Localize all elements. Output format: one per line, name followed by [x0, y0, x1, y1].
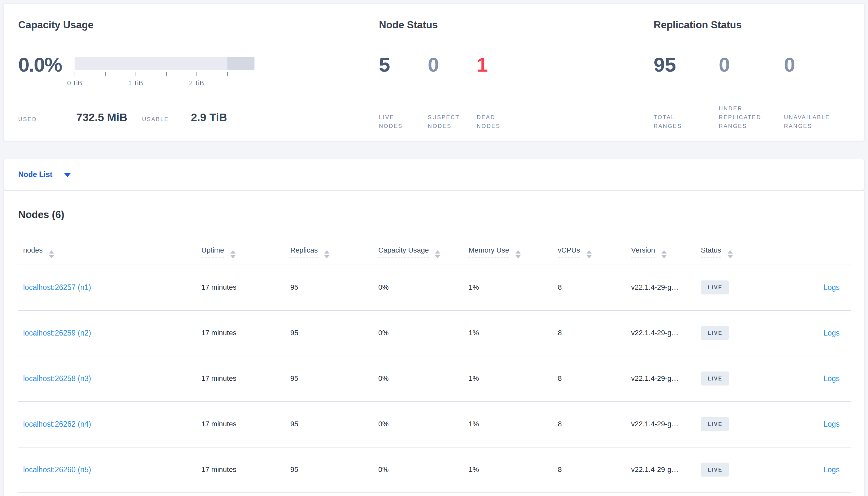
unavailable-ranges-count: 0 [784, 53, 849, 77]
memory-cell: 1% [468, 283, 479, 292]
uptime-cell: 17 minutes [201, 328, 237, 338]
table-row: localhost:26258 (n3) 17 minutes 95 0% 1%… [4, 356, 864, 401]
status-cell: LIVE [701, 326, 729, 340]
logs-link[interactable]: Logs [823, 465, 840, 474]
node-list-bar: Node List [3, 159, 865, 190]
column-header-replicas[interactable]: Replicas [290, 246, 329, 258]
sort-icon [324, 250, 329, 259]
sort-icon [661, 250, 667, 259]
capacity-cell: 0% [378, 283, 389, 292]
capacity-percent: 0.0% [18, 53, 62, 77]
nodes-table-title: Nodes (6) [18, 208, 64, 222]
sort-icon [586, 250, 592, 259]
uptime-cell: 17 minutes [201, 419, 237, 429]
dead-nodes-label: DEAD NODES [477, 113, 529, 130]
live-nodes-stat: 5 LIVE NODES [379, 53, 424, 130]
replication-status-title: Replication Status [654, 19, 742, 31]
vcpus-cell: 8 [558, 283, 562, 292]
suspect-nodes-label: SUSPECT NODES [428, 113, 475, 130]
node-link[interactable]: localhost:26260 (n5) [23, 465, 91, 474]
axis-tick-label: 0 TiB [55, 78, 94, 88]
uptime-cell: 17 minutes [201, 283, 237, 292]
dead-nodes-stat: 1 DEAD NODES [477, 53, 529, 130]
column-header-uptime[interactable]: Uptime [201, 246, 236, 258]
axis-tick [196, 72, 197, 76]
status-cell: LIVE [701, 281, 729, 295]
used-value: 732.5 MiB [76, 111, 142, 124]
logs-link[interactable]: Logs [823, 419, 840, 429]
logs-link[interactable]: Logs [823, 328, 840, 338]
node-list-dropdown[interactable]: Node List [18, 159, 84, 190]
under-replicated-ranges-label: UNDER- REPLICATED RANGES [719, 104, 782, 130]
version-cell: v22.1.4-29-g… [631, 465, 679, 474]
node-link[interactable]: localhost:26258 (n3) [23, 374, 91, 383]
chevron-down-icon [64, 173, 71, 177]
uptime-cell: 17 minutes [201, 374, 237, 383]
vcpus-cell: 8 [558, 328, 562, 338]
capacity-cell: 0% [378, 465, 389, 474]
suspect-nodes-count: 0 [428, 53, 475, 77]
capacity-used-usable-row: USED 732.5 MiB USABLE 2.9 TiB [18, 111, 227, 130]
capacity-usage-title: Capacity Usage [18, 19, 93, 31]
replicas-cell: 95 [290, 328, 298, 338]
node-status-title: Node Status [379, 19, 438, 31]
axis-tick [75, 72, 75, 76]
axis-tick-label: 1 TiB [116, 78, 155, 88]
column-header-nodes[interactable]: nodes [23, 246, 54, 258]
row-separator [18, 492, 851, 493]
sort-icon [515, 250, 521, 259]
unavailable-ranges-label: UNAVAILABLE RANGES [784, 113, 849, 130]
unavailable-ranges-stat: 0 UNAVAILABLE RANGES [784, 53, 849, 130]
vcpus-cell: 8 [558, 419, 562, 429]
version-cell: v22.1.4-29-g… [631, 419, 679, 429]
sort-icon [728, 250, 733, 259]
usable-label: USABLE [142, 116, 191, 123]
under-replicated-ranges-stat: 0 UNDER- REPLICATED RANGES [719, 53, 782, 130]
status-badge: LIVE [701, 372, 729, 386]
memory-cell: 1% [468, 328, 479, 338]
replicas-cell: 95 [290, 465, 298, 474]
under-replicated-ranges-count: 0 [719, 53, 782, 77]
sort-icon [435, 250, 440, 259]
table-row: localhost:26257 (n1) 17 minutes 95 0% 1%… [4, 265, 864, 310]
suspect-nodes-stat: 0 SUSPECT NODES [428, 53, 475, 130]
sort-icon [49, 250, 54, 259]
axis-tick [136, 72, 136, 76]
status-badge: LIVE [701, 417, 729, 431]
column-header-capacity-usage[interactable]: Capacity Usage [378, 246, 440, 258]
column-header-version[interactable]: Version [631, 246, 667, 258]
status-cell: LIVE [701, 372, 729, 386]
axis-tick-label: 2 TiB [177, 78, 216, 88]
used-label: USED [18, 116, 76, 123]
column-header-status[interactable]: Status [701, 246, 733, 258]
node-link[interactable]: localhost:26262 (n4) [23, 419, 91, 429]
replicas-cell: 95 [290, 374, 298, 383]
version-cell: v22.1.4-29-g… [631, 374, 679, 383]
capacity-cell: 0% [378, 374, 389, 383]
status-cell: LIVE [701, 463, 729, 477]
live-nodes-label: LIVE NODES [379, 113, 424, 130]
status-badge: LIVE [701, 281, 729, 295]
replicas-cell: 95 [290, 283, 298, 292]
column-header-memory-use[interactable]: Memory Use [468, 246, 521, 258]
uptime-cell: 17 minutes [201, 465, 237, 474]
logs-link[interactable]: Logs [823, 283, 840, 292]
capacity-cell: 0% [378, 419, 389, 429]
memory-cell: 1% [468, 419, 479, 429]
capacity-usage-bar [75, 57, 254, 69]
live-nodes-count: 5 [379, 53, 424, 77]
status-badge: LIVE [701, 326, 729, 340]
memory-cell: 1% [468, 374, 479, 383]
axis-tick [166, 72, 167, 76]
memory-cell: 1% [468, 465, 479, 474]
node-link[interactable]: localhost:26259 (n2) [23, 328, 91, 338]
axis-tick [105, 72, 106, 76]
nodes-table-card: Nodes (6) nodes Uptime Replicas Capacity… [3, 190, 865, 496]
version-cell: v22.1.4-29-g… [631, 283, 679, 292]
total-ranges-count: 95 [654, 53, 716, 77]
logs-link[interactable]: Logs [823, 374, 840, 383]
column-header-vcpus[interactable]: vCPUs [558, 246, 592, 258]
node-link[interactable]: localhost:26257 (n1) [23, 283, 91, 292]
node-list-label: Node List [18, 170, 53, 179]
status-cell: LIVE [701, 417, 729, 431]
